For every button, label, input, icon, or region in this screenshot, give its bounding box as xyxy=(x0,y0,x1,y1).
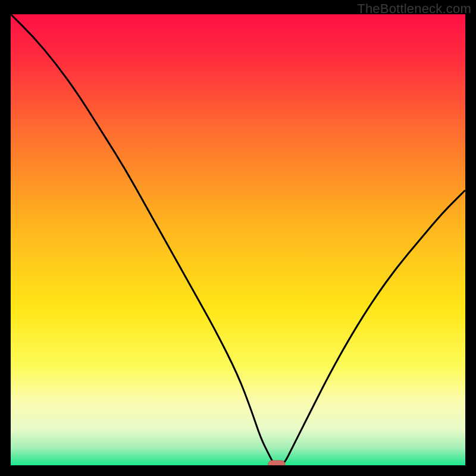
optimal-marker xyxy=(268,461,285,465)
watermark-text: TheBottleneck.com xyxy=(357,1,471,17)
gradient-background xyxy=(11,14,465,465)
chart-frame: TheBottleneck.com xyxy=(0,0,476,476)
plot-area xyxy=(11,14,465,465)
bottleneck-chart xyxy=(11,14,465,465)
